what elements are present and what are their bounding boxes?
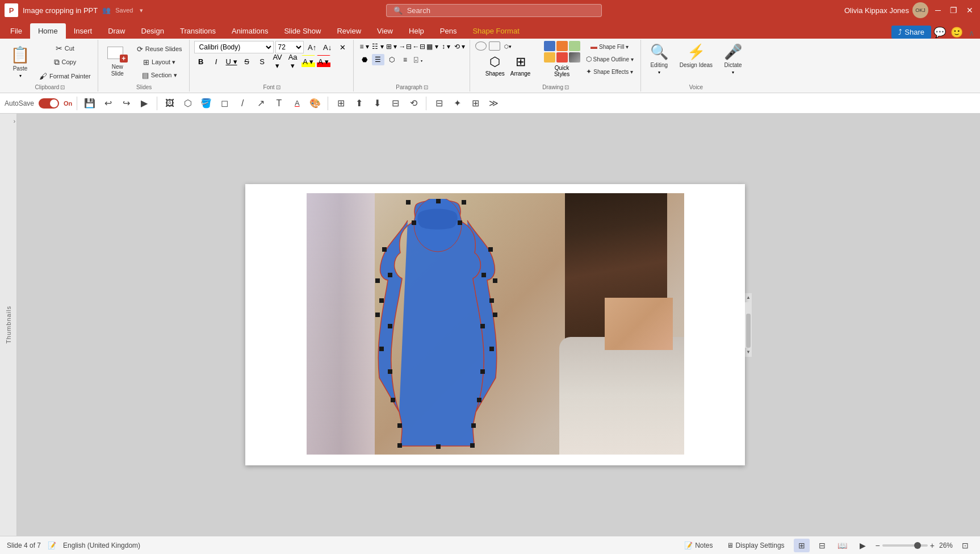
insert-picture-toolbar[interactable]: 🖼 (162, 95, 178, 111)
arrange2-toolbar[interactable]: ⊞ (467, 95, 483, 111)
clear-format-button[interactable]: ✕ (336, 41, 350, 53)
section-button[interactable]: ▤ Section ▾ (133, 69, 186, 81)
shape-fill-button[interactable]: ▬ Shape Fill ▾ (583, 41, 637, 52)
editing-dropdown[interactable]: ▾ (658, 70, 660, 75)
group-toolbar[interactable]: ⊞ (333, 95, 349, 111)
tab-slideshow[interactable]: Slide Show (276, 23, 329, 39)
restore-button[interactable]: ❐ (948, 6, 960, 15)
scroll-up-button[interactable]: ▲ (745, 293, 752, 302)
shape-rect[interactable] (489, 41, 500, 51)
present-button[interactable]: ▶ (136, 95, 152, 111)
clipboard-expand-icon[interactable]: ⊡ (60, 84, 65, 90)
cols-button[interactable]: ▦ ▾ (426, 41, 439, 52)
tab-help[interactable]: Help (401, 23, 432, 39)
shape-fill-toolbar[interactable]: 🪣 (198, 95, 214, 111)
paste-dropdown[interactable]: ▾ (19, 73, 22, 78)
bold-button[interactable]: B (194, 55, 208, 68)
shape-effects-button[interactable]: ✦ Shape Effects ▾ (583, 66, 637, 77)
presenter-view-button[interactable]: ▶ (855, 539, 871, 552)
bullet-list-button[interactable]: ≡ ▾ (358, 41, 371, 52)
notes-button[interactable]: 📝 Notes (680, 540, 717, 551)
qs-blue[interactable] (544, 41, 555, 51)
char-spacing-button[interactable]: AV ▾ (271, 55, 284, 68)
slide-sorter-button[interactable]: ⊟ (814, 539, 830, 552)
autosave-toggle[interactable] (39, 98, 59, 109)
shape-oval[interactable] (475, 41, 487, 51)
align-center-button[interactable]: ☰ (372, 54, 384, 65)
italic-button[interactable]: I (210, 55, 223, 68)
underline-button[interactable]: U ▾ (225, 55, 238, 68)
arrow-toolbar[interactable]: ↗ (253, 95, 269, 111)
rotate-toolbar[interactable]: ⟲ (405, 95, 421, 111)
share-button[interactable]: ⤴ Share (891, 26, 931, 39)
crop-toolbar[interactable]: ⊟ (431, 95, 447, 111)
change-case-button[interactable]: Aa ▾ (286, 55, 300, 68)
outline-toolbar[interactable]: ◻ (216, 95, 232, 111)
qs-gray[interactable] (569, 52, 580, 63)
copy-button[interactable]: ⧉ Copy (36, 56, 94, 69)
align-right-button[interactable]: ⬡ (386, 54, 398, 65)
tab-animations[interactable]: Animations (224, 23, 276, 39)
paragraph-expand-icon[interactable]: ⊡ (424, 84, 428, 90)
paste-button[interactable]: 📋 Paste ▾ (6, 43, 35, 81)
tab-design[interactable]: Design (133, 23, 172, 39)
tab-insert[interactable]: Insert (66, 23, 100, 39)
layout-button[interactable]: ⊞ Layout ▾ (133, 56, 186, 68)
more-toolbar[interactable]: ≫ (485, 95, 501, 111)
reading-view-button[interactable]: 📖 (835, 539, 851, 552)
effects-toolbar[interactable]: ✦ (449, 95, 465, 111)
collapse-ribbon-button[interactable]: ∧ (965, 27, 978, 39)
tab-review[interactable]: Review (329, 23, 369, 39)
reuse-slides-button[interactable]: ⟳ Reuse Slides (133, 43, 186, 55)
qs-yellow[interactable] (544, 52, 555, 63)
editing-button[interactable]: 🔍 Editing ▾ (646, 41, 673, 77)
increase-font-button[interactable]: A↑ (305, 41, 319, 53)
fit-window-button[interactable]: ⊡ (957, 539, 973, 552)
new-slide-button[interactable]: + NewSlide (103, 44, 132, 80)
align-toolbar[interactable]: ⊟ (387, 95, 403, 111)
font-expand-icon[interactable]: ⊡ (276, 84, 280, 90)
save-toolbar-button[interactable]: 💾 (82, 95, 98, 111)
indent-button[interactable]: →⊟ (399, 41, 412, 52)
smartart-button[interactable]: ⌺ ▾ (413, 54, 425, 65)
dictate-button[interactable]: 🎤 Dictate ▾ (719, 41, 747, 77)
undo-button[interactable]: ↩ (100, 95, 116, 111)
minimize-button[interactable]: ─ (933, 6, 943, 15)
text-dir-button[interactable]: ⟲ ▾ (454, 41, 466, 52)
insert-shape-toolbar[interactable]: ⬡ (180, 95, 196, 111)
tab-view[interactable]: View (369, 23, 401, 39)
zoom-out-button[interactable]: − (876, 541, 880, 550)
send-back-toolbar[interactable]: ⬇ (369, 95, 385, 111)
qs-red[interactable] (556, 52, 568, 63)
scroll-thumb[interactable] (746, 314, 751, 348)
tab-transitions[interactable]: Transitions (172, 23, 224, 39)
font-color-toolbar[interactable]: A (289, 95, 305, 111)
shapes-button[interactable]: ⬡ Shapes (483, 53, 507, 78)
line-toolbar[interactable]: / (234, 95, 250, 111)
drawing-expand-icon[interactable]: ⊡ (564, 84, 569, 90)
dictate-dropdown[interactable]: ▾ (732, 70, 734, 75)
bring-front-toolbar[interactable]: ⬆ (351, 95, 367, 111)
saved-dropdown[interactable]: ▾ (140, 7, 143, 14)
numbered-list-button[interactable]: ☷ ▾ (372, 41, 384, 52)
shapes-dropdown[interactable]: ⬡▾ (502, 41, 514, 52)
line-spacing-button[interactable]: ↕ ▾ (440, 41, 453, 52)
thumbnails-toggle[interactable]: › (14, 118, 15, 124)
outdent-button[interactable]: ←⊟ (413, 41, 425, 52)
search-box[interactable]: 🔍 Search (386, 4, 602, 17)
arrange-button[interactable]: ⊞ Arrange (508, 53, 533, 78)
tab-file[interactable]: File (2, 23, 30, 39)
shape-outline-button[interactable]: ⬡ Shape Outline ▾ (583, 53, 637, 65)
tab-pens[interactable]: Pens (432, 23, 465, 39)
redo-button[interactable]: ↪ (118, 95, 134, 111)
normal-view-button[interactable]: ⊞ (794, 539, 810, 552)
close-button[interactable]: ✕ (964, 6, 975, 15)
emoji-icon[interactable]: 🙂 (950, 26, 963, 39)
text-box-toolbar[interactable]: T (271, 95, 287, 111)
decrease-font-button[interactable]: A↓ (321, 41, 334, 53)
tab-draw[interactable]: Draw (100, 23, 133, 39)
font-color-button[interactable]: A ▾ (317, 55, 330, 68)
highlight-button[interactable]: A ▾ (301, 55, 315, 68)
font-family-select[interactable]: Calibri (Body) (194, 41, 274, 53)
qs-orange[interactable] (556, 41, 568, 51)
